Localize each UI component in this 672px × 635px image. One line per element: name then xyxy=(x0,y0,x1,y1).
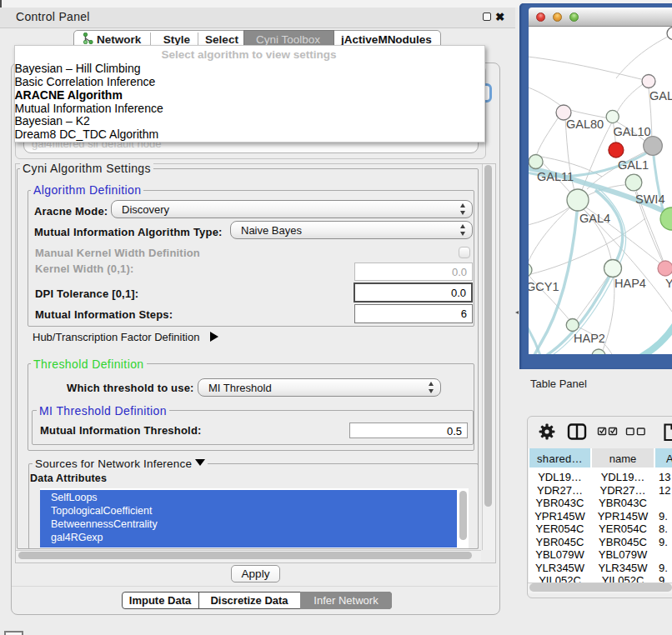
svg-text:GAL11: GAL11 xyxy=(537,170,574,183)
svg-text:HAP2: HAP2 xyxy=(574,332,605,345)
svg-text:GAL4: GAL4 xyxy=(579,212,610,225)
svg-text:HAP4: HAP4 xyxy=(614,277,646,290)
svg-text:GAL80: GAL80 xyxy=(566,118,604,131)
svg-text:GCY1: GCY1 xyxy=(529,280,559,293)
svg-text:GAL7: GAL7 xyxy=(649,89,672,102)
svg-text:GAL1: GAL1 xyxy=(618,158,649,172)
svg-text:GAL10: GAL10 xyxy=(614,125,651,138)
svg-text:Y: Y xyxy=(665,277,672,290)
svg-text:SWI4: SWI4 xyxy=(635,192,664,206)
